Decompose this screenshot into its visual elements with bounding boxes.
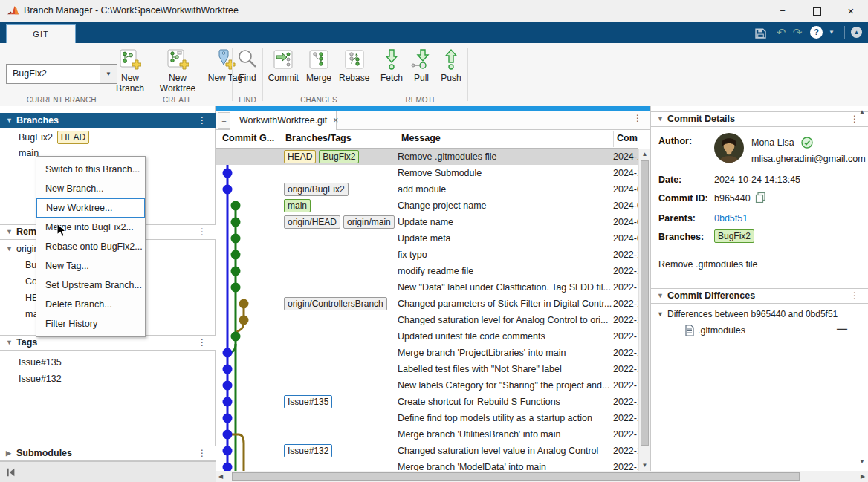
column-header-message[interactable]: Message [401,133,609,143]
collapse-caret-icon[interactable]: ▼ [657,289,664,303]
branches-panel-header[interactable]: ▼ Branches ⋮ [0,113,216,128]
collapse-caret-icon[interactable]: ▼ [6,336,13,350]
horizontal-scroll-thumb[interactable] [232,472,800,481]
commit-row[interactable]: origin/BugFix2add module2024-0 [216,181,638,198]
find-button[interactable]: Find [234,47,261,83]
current-branch-combobox[interactable]: BugFix2 ▼ [6,64,117,84]
collapse-panel-icon[interactable] [6,467,16,478]
menu-item[interactable]: Merge into BugFix2... [36,218,145,237]
menu-item[interactable]: New Worktree... [36,198,145,218]
commit-differences-kebab-icon[interactable]: ⋮ [850,289,859,303]
commit-row[interactable]: New labels Category for "Sharing" the pr… [216,377,638,394]
new-worktree-button[interactable]: New Worktree [155,47,200,94]
new-branch-button[interactable]: New Branch [108,47,152,94]
push-button[interactable]: Push [438,47,464,83]
group-remote: Fetch Pull Push [375,43,467,106]
column-header-branches-tags[interactable]: Branches/Tags [285,133,394,143]
commit-row[interactable]: HEADBugFix2Remove .gitmodules file2024-1 [216,149,638,165]
commit-row[interactable]: Merge branch 'ProjectLibraries' into mai… [216,345,638,361]
column-header-commit[interactable]: Comm [617,133,638,143]
fetch-button[interactable]: Fetch [378,47,405,83]
commit-row[interactable]: Define find top models utility as a star… [216,410,638,426]
document-kebab-icon[interactable]: ⋮ [633,113,642,123]
commit-button[interactable]: Commit [266,47,301,83]
commit-row[interactable]: Issue#135Create shortcut for Rebuild S F… [216,394,638,410]
branch-item[interactable]: BugFix2HEAD [0,129,215,145]
tag-item[interactable]: Issue#132 [0,371,215,387]
badge-remote: origin/main [343,215,395,229]
commit-row[interactable]: Issue#132Changed saturation level value … [216,443,638,459]
collapse-caret-icon[interactable]: ▼ [6,225,13,239]
horizontal-scrollbar[interactable]: ◀ ▶ [216,471,868,482]
scroll-right-icon[interactable]: ▶ [858,471,868,482]
scroll-up-icon[interactable]: ▲ [639,151,650,157]
tree-collapse-icon[interactable]: ▼ [657,310,664,318]
help-icon[interactable]: ? [810,26,823,39]
panel-scroll-down-icon[interactable]: ▼ [859,458,865,465]
commit-rows: HEADBugFix2Remove .gitmodules file2024-1… [216,149,638,471]
merge-button[interactable]: Merge [304,47,334,83]
remotes-kebab-icon[interactable]: ⋮ [198,225,207,239]
scroll-left-icon[interactable]: ◀ [216,471,226,482]
commit-details-kebab-icon[interactable]: ⋮ [850,112,859,126]
copy-icon[interactable] [755,192,766,203]
commit-details-header[interactable]: ▼ Commit Details ⋮ [651,111,868,127]
collapse-caret-icon[interactable]: ▼ [0,245,16,253]
column-header-commit-graph[interactable]: Commit G... [222,133,279,143]
panel-scroll-up-icon[interactable]: ▲ [859,108,865,115]
document-tab[interactable]: WorkwithWorktree.git× [230,111,337,130]
close-tab-icon[interactable]: × [333,115,338,126]
save-icon[interactable] [755,27,766,39]
tab-list-icon[interactable]: ≡ [218,112,230,129]
commit-row[interactable]: mainChange project name2024-0 [216,198,638,214]
tags-panel-header[interactable]: ▼ Tags ⋮ [0,335,216,351]
commit-row[interactable]: fix typo2022-1 [216,247,638,263]
tab-git[interactable]: GIT [6,24,76,44]
branches-kebab-icon[interactable]: ⋮ [198,114,207,128]
commit-row[interactable]: New "Data" label under Clasffication. Ta… [216,279,638,296]
close-button[interactable]: × [834,0,868,22]
commit-row[interactable]: Changed saturation level for Analog Cont… [216,312,638,328]
changed-file-name[interactable]: .gitmodules [698,325,745,336]
maximize-button[interactable] [800,0,834,22]
commit-row[interactable]: Merge branch 'ModelData' into main2022-1 [216,459,638,471]
menu-item[interactable]: Set Upstream Branch... [36,276,145,295]
table-vertical-scrollbar[interactable]: ▲ ▼ [638,149,650,471]
submodules-panel-header[interactable]: ▶ Submodules ⋮ [0,446,216,461]
collapse-caret-icon[interactable]: ▼ [657,112,664,126]
menu-item[interactable]: New Tag... [36,256,145,276]
commit-row[interactable]: origin/ControllersBranchChanged paramete… [216,296,638,312]
commit-differences-header[interactable]: ▼ Commit Differences ⋮ [651,288,868,304]
expand-caret-icon[interactable]: ▶ [6,446,11,460]
menu-item[interactable]: New Branch... [36,179,145,198]
parent-commit-link[interactable]: 0bd5f51 [714,213,748,224]
collapse-caret-icon[interactable]: ▼ [6,114,13,128]
commit-row[interactable]: modify readme file2022-1 [216,263,638,279]
help-dropdown-caret-icon[interactable]: ▼ [826,25,837,40]
scroll-down-icon[interactable]: ▼ [639,462,650,469]
vertical-scroll-thumb[interactable] [641,160,649,446]
tag-item[interactable]: Issue#135 [0,354,215,371]
commit-row[interactable]: Update meta2024-0 [216,230,638,247]
differences-root-label: Differences between b965440 and 0bd5f51 [667,309,838,319]
commit-row[interactable]: Merge branch 'UtilitiesBranch' into main… [216,426,638,443]
rebase-button[interactable]: Rebase [337,47,372,83]
minimize-button[interactable]: − [765,0,800,22]
menu-item[interactable]: Delete Branch... [36,295,145,314]
collapse-ribbon-button[interactable]: ▲ [851,27,862,38]
menu-item[interactable]: Switch to this Branch... [36,160,145,179]
commit-row[interactable]: Labelled test files with "Not Share" lab… [216,361,638,377]
commit-date: 2022-1 [613,331,638,342]
pull-button[interactable]: Pull [408,47,435,83]
commit-row[interactable]: Updated unitest file code comments2022-1 [216,328,638,345]
tags-kebab-icon[interactable]: ⋮ [198,336,207,350]
menu-item[interactable]: Rebase onto BugFix2... [36,237,145,256]
commit-row[interactable]: Remove Submodule2024-1 [216,165,638,181]
submodules-kebab-icon[interactable]: ⋮ [198,446,207,460]
commit-row[interactable]: origin/HEADorigin/mainUpdate name2024-0 [216,214,638,230]
branches-panel-title: Branches [16,114,59,128]
menu-item[interactable]: Filter History [36,314,145,333]
history-table-header: Commit G... Branches/Tags Message Comm [216,130,638,149]
undo-icon[interactable]: ↶ [774,25,788,40]
redo-icon[interactable]: ↷ [791,25,804,40]
